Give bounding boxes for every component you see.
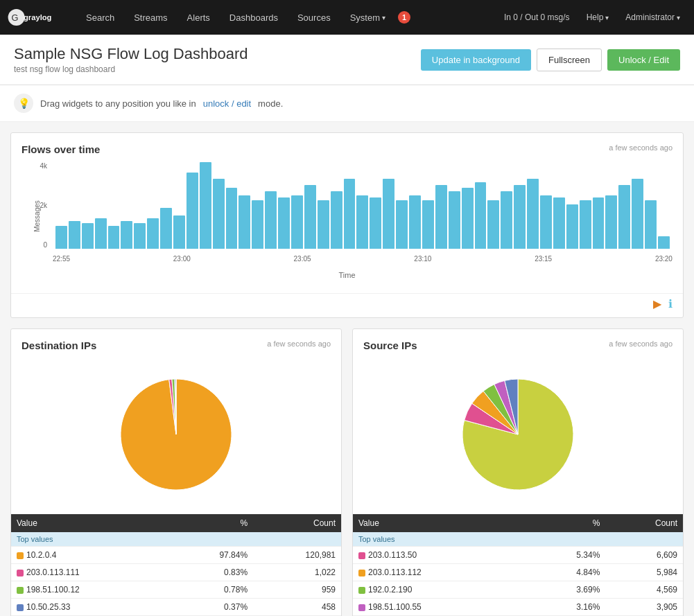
nav-search[interactable]: Search (76, 0, 124, 35)
bar-32 (475, 182, 487, 249)
svg-text:G: G (11, 12, 18, 23)
bar-20 (318, 200, 329, 249)
bar-30 (449, 191, 460, 249)
table-cell-value: 203.0.113.111 (11, 564, 169, 581)
dashboard-actions: Update in background Fullscreen Unlock /… (421, 49, 680, 71)
unlock-edit-button[interactable]: Unlock / Edit (607, 49, 680, 71)
nav-streams[interactable]: Streams (124, 0, 177, 35)
table-row: 10.2.0.497.84%120,981 (11, 547, 341, 564)
nav-right: In 0 / Out 0 msg/s Help ▾ Administrator … (497, 0, 687, 35)
bar-39 (566, 204, 578, 249)
bar-13 (226, 188, 238, 249)
bar-1 (69, 221, 80, 249)
color-dot (358, 604, 365, 611)
table-row: 203.0.113.505.34%6,609 (353, 547, 683, 564)
x-axis: 22:5523:0023:0523:1023:1523:20 (53, 255, 673, 263)
table-cell-pct: 5.34% (525, 547, 605, 564)
bar-43 (618, 185, 630, 249)
bar-44 (632, 179, 643, 249)
bar-33 (487, 200, 499, 249)
table-cell-value: 10.50.25.33 (11, 599, 169, 616)
bars-container (53, 162, 673, 249)
dashboard-subtitle: test nsg flow log dashboard (14, 64, 248, 74)
fullscreen-button[interactable]: Fullscreen (537, 49, 602, 71)
info-banner: 💡 Drag widgets to any position you like … (0, 85, 694, 122)
bar-23 (356, 195, 368, 249)
play-icon[interactable]: ▶ (653, 297, 661, 310)
table-row: 192.0.2.1903.69%4,569 (353, 581, 683, 599)
table-cell-count: 6,609 (605, 547, 683, 564)
svg-text:graylog: graylog (24, 13, 52, 21)
table-row: 198.51.100.120.78%959 (11, 581, 341, 599)
bar-18 (291, 195, 303, 249)
dest-pie-container (21, 358, 331, 511)
help-dropdown[interactable]: Help ▾ (580, 0, 616, 35)
bar-22 (344, 179, 356, 249)
bar-25 (383, 179, 394, 249)
bar-31 (462, 188, 474, 249)
table-cell-count: 120,981 (253, 547, 341, 564)
table-cell-value: 203.0.113.50 (353, 547, 525, 564)
nav-sources[interactable]: Sources (288, 0, 340, 35)
bar-6 (134, 223, 146, 249)
src-col-value: Value (353, 514, 525, 532)
src-col-pct: % (525, 514, 605, 532)
src-title: Source IPs (363, 340, 417, 351)
nav-system[interactable]: System ▾ (340, 0, 395, 35)
bar-10 (186, 173, 198, 249)
navbar: G graylog Search Streams Alerts Dashboar… (0, 0, 694, 35)
dest-col-pct: % (169, 514, 253, 532)
dashboard-header: Sample NSG Flow Log Dashboard test nsg f… (0, 35, 694, 85)
src-table: Value % Count Top values203.0.113.505.34… (353, 514, 683, 616)
dashboard-title: Sample NSG Flow Log Dashboard (14, 45, 248, 63)
nav-alerts[interactable]: Alerts (177, 0, 220, 35)
table-cell-pct: 0.37% (169, 599, 253, 616)
dest-pie-chart (107, 369, 245, 500)
table-cell-count: 458 (253, 599, 341, 616)
bar-37 (540, 195, 552, 249)
bar-21 (331, 191, 342, 249)
admin-dropdown[interactable]: Administrator ▾ (618, 0, 687, 35)
bar-46 (658, 236, 670, 249)
table-cell-value: 198.51.100.12 (11, 581, 169, 599)
bar-28 (422, 200, 434, 249)
notification-badge[interactable]: 1 (398, 11, 410, 24)
src-table-scroll[interactable]: Value % Count Top values203.0.113.505.34… (353, 514, 683, 616)
bar-35 (514, 185, 526, 249)
table-cell-pct: 97.84% (169, 547, 253, 564)
table-cell-pct: 0.78% (169, 581, 253, 599)
table-section-header: Top values (353, 532, 683, 547)
chart-header: Flows over time a few seconds ago (21, 143, 673, 155)
dest-col-value: Value (11, 514, 169, 532)
bar-17 (278, 197, 290, 249)
bar-8 (160, 208, 172, 249)
bar-9 (173, 215, 185, 249)
bar-40 (580, 200, 591, 249)
bar-16 (265, 191, 277, 249)
table-cell-pct: 0.83% (169, 564, 253, 581)
update-background-button[interactable]: Update in background (421, 49, 531, 71)
table-cell-count: 4,569 (605, 581, 683, 599)
info-circle-icon[interactable]: ℹ (668, 297, 673, 310)
src-timestamp: a few seconds ago (609, 340, 673, 348)
flows-bar-chart: 4k 2k 0 Messages 22:5523:0023:0523:1023:… (21, 162, 673, 270)
table-cell-value: 192.0.2.190 (353, 581, 525, 599)
unlock-edit-link[interactable]: unlock / edit (203, 98, 251, 109)
table-cell-value: 10.2.0.4 (11, 547, 169, 564)
bar-19 (304, 185, 316, 249)
nav-dashboards[interactable]: Dashboards (220, 0, 288, 35)
info-text: Drag widgets to any position you like in (40, 98, 196, 109)
bar-15 (252, 200, 263, 249)
y-axis-label: Messages (33, 195, 41, 237)
bar-38 (553, 197, 565, 249)
bar-42 (605, 195, 617, 249)
source-ips-panel: Source IPs a few seconds ago Value % Cou… (352, 328, 684, 616)
bar-12 (213, 179, 225, 249)
color-dot (358, 587, 365, 594)
logo[interactable]: G graylog (7, 6, 62, 28)
bar-0 (55, 226, 67, 249)
color-dot (17, 604, 24, 611)
dest-table-scroll[interactable]: Value % Count Top values10.2.0.497.84%12… (11, 514, 341, 616)
destination-ips-panel: Destination IPs a few seconds ago Value … (10, 328, 342, 616)
table-cell-value: 203.0.113.112 (353, 564, 525, 581)
